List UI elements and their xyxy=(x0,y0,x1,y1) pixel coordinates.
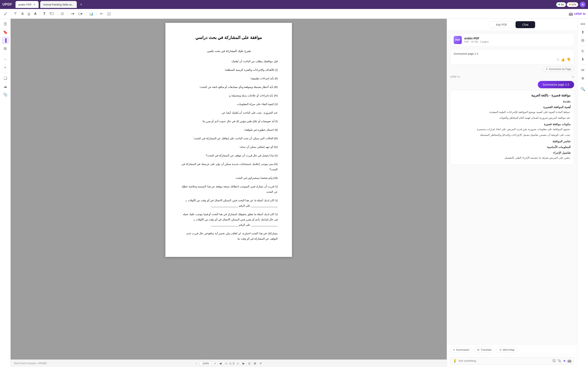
tab-label: arabic-PDF xyxy=(18,3,32,6)
star-icon: ✦ xyxy=(546,68,548,71)
sidebar-icon-form[interactable]: ⊞ xyxy=(2,45,9,52)
highlight-btn[interactable]: 🖊 xyxy=(2,11,9,17)
pdf-s2-item3: (iv) أي جهد إضافي ممكن أن تبذله؛ xyxy=(180,144,278,150)
ai-content[interactable]: موافقة قصيرة - باللغة العربية مقدمة أهمي… xyxy=(447,90,577,345)
summarize-action-row: Summarize page 1-2 xyxy=(447,80,577,90)
ai-response-title: موافقة قصيرة - باللغة العربية xyxy=(454,93,571,97)
ask-pdf-tab[interactable]: Ask PDF xyxy=(489,21,514,28)
zoom-in-btn[interactable]: + xyxy=(213,361,217,366)
close-pdf-btn[interactable]: ✕ xyxy=(259,361,263,366)
prev-page-btn2[interactable]: ◁ xyxy=(224,361,228,366)
next-page-btn[interactable]: ▷ xyxy=(236,361,240,366)
sidebar-icon-plus[interactable]: + xyxy=(2,64,9,71)
ai-input[interactable] xyxy=(458,359,551,362)
copy-btn[interactable]: ⎘ xyxy=(557,58,559,62)
chart-btn[interactable]: 📊 xyxy=(87,11,95,17)
ai-logo-icon: 🤖 xyxy=(569,12,573,16)
sidebar-icon-convert[interactable]: ↻ xyxy=(579,48,587,55)
file-info: arabic-PDF PDF · 91 KB · 2 pages xyxy=(464,37,571,43)
translate-label: Translate xyxy=(481,348,492,351)
pdf-viewer[interactable]: موافقة على المشاركة في بحث دراسي نقترح ع… xyxy=(11,19,447,359)
avatar[interactable]: R xyxy=(580,2,586,7)
tab-label-2: Animal Painting Skills-ar... xyxy=(43,3,74,6)
pdf-s1-item3: (iv) بأية إجراءات أو علاجات بديلة ومحتمل… xyxy=(180,93,278,98)
sidebar-icon-pages[interactable]: ☰ xyxy=(2,20,9,28)
sidebar-icon-minus[interactable]: − xyxy=(2,56,9,63)
tab-arabic-pdf[interactable]: arabic-PDF ✕ xyxy=(16,1,39,8)
new-tab-button[interactable]: + xyxy=(78,2,84,7)
ai-bottom-toolbar: ≡ Summarize ⇄ Translate ⊙ Mind Map xyxy=(447,345,577,355)
mindmap-label: Mind Map xyxy=(503,348,515,351)
pen-btn[interactable]: ✏ xyxy=(98,11,104,17)
strikethrough-btn[interactable]: S xyxy=(20,11,25,17)
attach-icon[interactable]: 📎 xyxy=(557,359,562,363)
pdf-s2-item6: (vii) وكم شخصا سيشتركون في البحث. xyxy=(180,175,278,181)
summarize-button[interactable]: Summarize page 1-2 xyxy=(538,81,574,88)
file-icon: PDF xyxy=(454,36,462,44)
ai-toolbar-label[interactable]: UPDF AI xyxy=(574,12,586,16)
mindmap-icon: ⊙ xyxy=(499,348,502,351)
hint-icon: 💡 xyxy=(453,359,457,363)
sidebar-icon-export[interactable]: ⬇ xyxy=(579,56,587,63)
sep3 xyxy=(57,11,58,16)
page-number: 1 / 2 xyxy=(229,362,234,365)
thumbs-up-btn[interactable]: 👍 xyxy=(561,58,565,62)
text-marker-btn[interactable]: 〒 xyxy=(12,10,19,17)
chat-tab[interactable]: Chat xyxy=(516,21,535,28)
mindmap-tool-btn[interactable]: ⊙ Mind Map xyxy=(496,347,518,353)
zoom-display[interactable]: 104% xyxy=(199,361,212,366)
ai-section-components: مكونات موافقة قصيرة xyxy=(454,123,571,126)
summary-card: Summarize page 1-2 ⎘ 👍 👎 xyxy=(450,49,574,65)
textbox-btn[interactable]: T xyxy=(42,11,47,17)
image-icon[interactable]: 🖼 xyxy=(553,359,556,363)
sidebar-icon-comments[interactable]: ☁ xyxy=(2,83,9,90)
fit-page-btn[interactable]: ⊠ xyxy=(253,361,257,366)
callout-btn[interactable]: T☐ xyxy=(48,11,56,17)
sidebar-icon-stamp[interactable]: ⊕ xyxy=(579,75,587,82)
text-color-btn[interactable]: A xyxy=(33,11,38,17)
next-page-btn2[interactable]: ▶ xyxy=(242,361,246,366)
send-icon[interactable]: ➤ xyxy=(563,359,566,363)
ai-section-basic-info: المعلومات الأساسية xyxy=(454,145,571,149)
ai-section-importance: أهمية الموافقة القصيرة xyxy=(454,105,571,109)
sidebar-icon-mail[interactable]: ✉ xyxy=(579,67,587,74)
sidebar-icon-extract[interactable]: ⬆ xyxy=(579,29,587,36)
ai-importance-bullet1: ·تعد موافقة المريض ضرورية لضمان فهمه الت… xyxy=(454,116,571,120)
expand-btn[interactable]: ↗ xyxy=(572,75,574,78)
zoom-out-btn[interactable]: − xyxy=(195,361,198,366)
sidebar-icon-layers[interactable]: ❑ xyxy=(2,75,9,82)
file-card: PDF arabic-PDF PDF · 91 KB · 2 pages xyxy=(450,33,574,47)
sidebar-icon-highlight[interactable]: ▐ xyxy=(2,37,9,44)
thumbs-down-btn[interactable]: 👎 xyxy=(567,58,571,62)
pdf-title: موافقة على المشاركة في بحث دراسي xyxy=(180,35,278,40)
green-stat: 98 xyxy=(556,2,566,7)
summarize-page-btn[interactable]: ✦ Summarize by Page xyxy=(543,66,574,72)
sep6 xyxy=(96,11,97,16)
prev-page-btn[interactable]: ◀ xyxy=(218,361,222,366)
ai-input-row: 💡 🖼 📎 ➤ 🤖 xyxy=(450,357,574,365)
summarize-tool-btn[interactable]: ≡ Summarize xyxy=(450,347,472,353)
ai-response-header: UPDF AI ↗ xyxy=(450,75,574,78)
ai-toolbar-section: 🤖 UPDF AI xyxy=(569,12,586,16)
pdf-s1-item2: (iii) بأية أخطار محتملة ومتوقعة وبأي مضا… xyxy=(180,84,278,90)
sidebar-icon-attachments[interactable]: 📎 xyxy=(2,91,9,98)
ai-chip-icon[interactable]: 🤖 xyxy=(567,359,571,363)
fit-width-btn[interactable]: ⊡ xyxy=(247,361,251,366)
sidebar-icon-ocr[interactable]: OCR xyxy=(579,20,587,28)
eraser-btn[interactable]: ⬜ xyxy=(105,11,112,17)
yellow-stat: 979 xyxy=(567,2,578,7)
tab-close-arabic[interactable]: ✕ xyxy=(33,3,36,6)
right-sidebar-sep1 xyxy=(580,46,586,46)
stamp-btn[interactable]: ☑ xyxy=(59,11,65,17)
ai-section-elements: عناصر الموافقة xyxy=(454,140,571,143)
translate-tool-btn[interactable]: ⇄ Translate xyxy=(474,347,495,353)
sidebar-icon-organize[interactable]: ⊞ xyxy=(579,37,587,44)
sidebar-icon-bookmark[interactable]: 🔖 xyxy=(2,29,9,36)
sidebar-icon-search[interactable]: 🔍 xyxy=(579,85,587,93)
summarize-pill-row: UPDF AI ↗ xyxy=(447,74,577,80)
shape-btn[interactable]: ◻▾ xyxy=(77,11,84,17)
underline-btn[interactable]: U xyxy=(26,11,32,17)
pdf-para4: إذا كان لديك أسئلة ما عن هذا البحث فمن ا… xyxy=(180,198,278,208)
tab-animal-painting[interactable]: Animal Painting Skills-ar... xyxy=(40,1,77,8)
circle-btn[interactable]: ○▾ xyxy=(69,11,76,17)
